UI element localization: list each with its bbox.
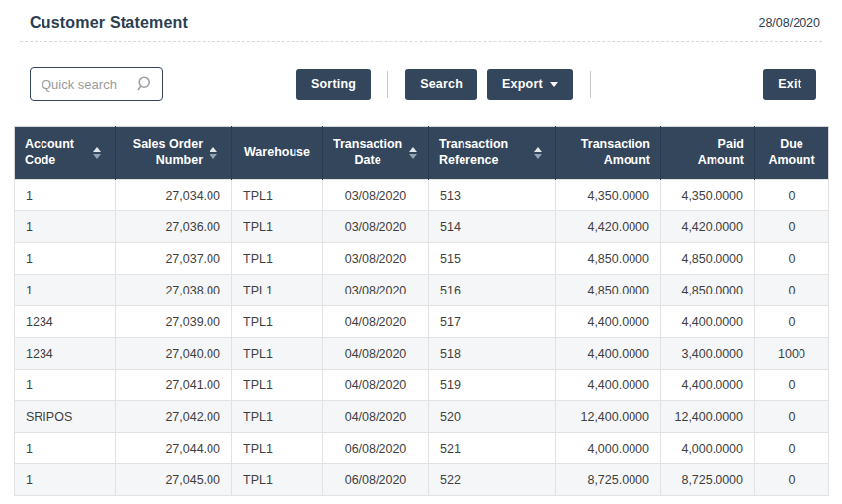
table-cell-transaction-amount: 4,420.0000	[556, 211, 661, 243]
quick-search-input[interactable]	[30, 67, 163, 101]
search-button[interactable]: Search	[405, 69, 477, 100]
column-header-transaction-date[interactable]: Transaction Date	[323, 127, 429, 180]
table-cell-transaction-amount: 4,850.0000	[556, 275, 661, 306]
exit-button[interactable]: Exit	[763, 69, 816, 100]
column-header-sales-order-number[interactable]: Sales Order Number	[116, 127, 232, 180]
table-row[interactable]: 123427,040.00TPL104/08/20205184,400.0000…	[15, 338, 829, 370]
table-cell-account-code: 1	[15, 464, 116, 496]
table-cell-due-amount: 0	[755, 433, 829, 464]
table-cell-transaction-date: 04/08/2020	[323, 401, 429, 433]
table-row[interactable]: 127,041.00TPL104/08/20205194,400.00004,4…	[15, 370, 829, 401]
table-cell-transaction-date: 04/08/2020	[323, 306, 429, 338]
table-cell-transaction-date: 04/08/2020	[323, 338, 429, 370]
sort-arrows-icon	[409, 147, 417, 159]
table-row[interactable]: 127,045.00TPL106/08/20205228,725.00008,7…	[15, 464, 829, 496]
table-cell-transaction-amount: 4,350.0000	[556, 180, 661, 211]
table-row[interactable]: 127,038.00TPL103/08/20205164,850.00004,8…	[15, 275, 829, 306]
table-cell-warehouse: TPL1	[232, 306, 323, 338]
table-header-row: Account CodeSales Order NumberWarehouseT…	[15, 127, 829, 180]
table-cell-due-amount: 0	[755, 211, 829, 243]
table-cell-account-code: 1234	[15, 338, 116, 370]
toolbar-divider	[590, 71, 591, 98]
table-cell-due-amount: 0	[755, 370, 829, 401]
table-cell-paid-amount: 4,850.0000	[661, 275, 755, 306]
toolbar-divider	[387, 71, 388, 98]
column-header-label: Transaction Date	[333, 137, 402, 168]
table-cell-transaction-reference: 517	[429, 306, 556, 338]
table-cell-transaction-reference: 514	[429, 211, 556, 243]
export-button-label: Export	[502, 77, 543, 91]
page-header: Customer Statement 28/08/2020	[0, 0, 842, 32]
table-cell-account-code: SRIPOS	[15, 401, 116, 433]
sort-arrows-icon	[534, 147, 542, 159]
column-header-label: Account Code	[25, 137, 86, 168]
table-cell-sales-order-number: 27,037.00	[116, 243, 232, 275]
table-cell-transaction-reference: 519	[429, 370, 556, 401]
table-cell-transaction-amount: 8,725.0000	[556, 464, 661, 496]
table-head: Account CodeSales Order NumberWarehouseT…	[15, 127, 829, 180]
table-cell-warehouse: TPL1	[232, 275, 323, 306]
table-cell-due-amount: 0	[755, 401, 829, 433]
table-cell-account-code: 1	[15, 211, 116, 243]
table-cell-due-amount: 0	[755, 306, 829, 338]
table-cell-transaction-amount: 12,400.0000	[556, 401, 661, 433]
table-row[interactable]: 127,044.00TPL106/08/20205214,000.00004,0…	[15, 433, 829, 464]
table-cell-account-code: 1234	[15, 306, 116, 338]
quick-search-box	[30, 67, 163, 101]
dashed-separator	[20, 41, 822, 42]
column-header-account-code[interactable]: Account Code	[15, 127, 116, 180]
table-cell-account-code: 1	[15, 275, 116, 306]
table-cell-sales-order-number: 27,045.00	[116, 464, 232, 496]
table-cell-due-amount: 0	[755, 464, 829, 496]
table-cell-transaction-date: 03/08/2020	[323, 211, 429, 243]
table-row[interactable]: 127,036.00TPL103/08/20205144,420.00004,4…	[15, 211, 829, 243]
page-title: Customer Statement	[30, 14, 188, 32]
table-cell-paid-amount: 8,725.0000	[661, 464, 755, 496]
column-header-label: Due Amount	[765, 137, 818, 168]
table-cell-transaction-date: 06/08/2020	[323, 433, 429, 464]
table-cell-account-code: 1	[15, 433, 116, 464]
table-row[interactable]: 127,037.00TPL103/08/20205154,850.00004,8…	[15, 243, 829, 275]
export-button[interactable]: Export	[487, 69, 573, 100]
table-row[interactable]: SRIPOS27,042.00TPL104/08/202052012,400.0…	[15, 401, 829, 433]
sort-arrows-icon	[210, 147, 217, 159]
table-cell-paid-amount: 12,400.0000	[661, 401, 755, 433]
table-cell-transaction-amount: 4,000.0000	[556, 433, 661, 464]
table-cell-transaction-date: 03/08/2020	[323, 275, 429, 306]
table-cell-sales-order-number: 27,034.00	[116, 180, 232, 211]
column-header-label: Warehouse	[242, 145, 312, 161]
table-cell-warehouse: TPL1	[232, 433, 323, 464]
table-cell-due-amount: 0	[755, 275, 829, 306]
table-body: 127,034.00TPL103/08/20205134,350.00004,3…	[15, 180, 829, 496]
column-header-label: Sales Order Number	[126, 137, 203, 168]
table-cell-warehouse: TPL1	[232, 180, 323, 211]
table-cell-transaction-amount: 4,400.0000	[556, 338, 661, 370]
sorting-button[interactable]: Sorting	[296, 69, 371, 100]
table-cell-paid-amount: 3,400.0000	[661, 338, 755, 370]
table-cell-transaction-date: 06/08/2020	[323, 464, 429, 496]
table-cell-sales-order-number: 27,039.00	[116, 306, 232, 338]
table-cell-account-code: 1	[15, 180, 116, 211]
table-cell-due-amount: 0	[755, 180, 829, 211]
column-header-warehouse: Warehouse	[232, 127, 323, 180]
table-cell-warehouse: TPL1	[232, 211, 323, 243]
table-cell-sales-order-number: 27,038.00	[116, 275, 232, 306]
table-row[interactable]: 123427,039.00TPL104/08/20205174,400.0000…	[15, 306, 829, 338]
column-header-label: Paid Amount	[671, 137, 744, 168]
column-header-due-amount: Due Amount	[755, 127, 829, 180]
table-cell-transaction-amount: 4,400.0000	[556, 370, 661, 401]
column-header-transaction-reference[interactable]: Transaction Reference	[429, 127, 556, 180]
table-row[interactable]: 127,034.00TPL103/08/20205134,350.00004,3…	[15, 180, 829, 211]
table-cell-warehouse: TPL1	[232, 464, 323, 496]
column-header-paid-amount: Paid Amount	[661, 127, 755, 180]
table-cell-account-code: 1	[15, 243, 116, 275]
table-cell-transaction-date: 04/08/2020	[323, 370, 429, 401]
table-cell-transaction-reference: 515	[429, 243, 556, 275]
table-cell-transaction-date: 03/08/2020	[323, 243, 429, 275]
table-cell-warehouse: TPL1	[232, 338, 323, 370]
toolbar: Sorting Search Export Exit	[30, 67, 816, 101]
table-cell-transaction-reference: 521	[429, 433, 556, 464]
table-cell-sales-order-number: 27,041.00	[116, 370, 232, 401]
table-cell-due-amount: 0	[755, 243, 829, 275]
table-cell-paid-amount: 4,400.0000	[661, 306, 755, 338]
